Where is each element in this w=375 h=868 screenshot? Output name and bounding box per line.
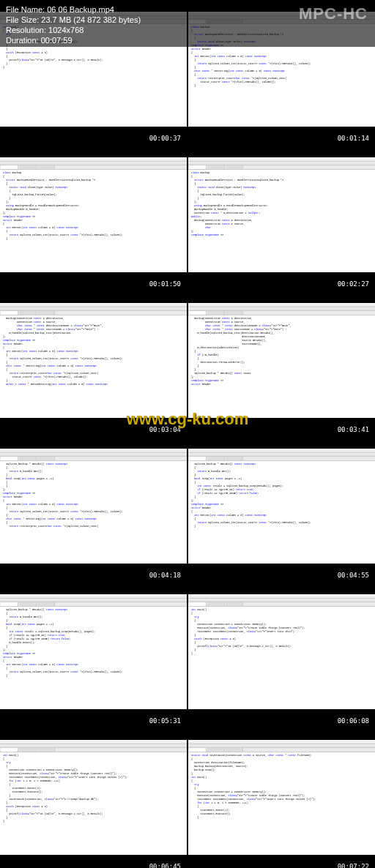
ide-window: static void SaveToDisk(Connection const …	[188, 740, 375, 861]
code-editor: sqlite3_backup * GetAbi() const noexcept…	[0, 461, 187, 566]
ide-window: int main(){ try { Connection connection …	[0, 740, 187, 861]
thumbnail[interactable]: sqlite3_backup * GetAbi() const noexcept…	[188, 437, 375, 581]
code-line: }	[191, 652, 372, 656]
ide-tab	[207, 311, 225, 315]
ide-tab	[189, 748, 207, 752]
code-line: }	[3, 820, 184, 823]
code-editor: int main(){ try { Connection connection …	[0, 752, 187, 857]
watermark-text: www.cg-ku.com	[127, 410, 249, 429]
ide-window: class Backup{ struct BackupHandleTraits …	[0, 157, 187, 278]
resolution-label: Resolution:	[6, 26, 46, 34]
code-editor: Backup(Connection const & destination, C…	[188, 315, 375, 420]
code-line: }	[191, 816, 372, 820]
code-editor: sqlite3_backup * GetAbi() const noexcept…	[0, 607, 187, 711]
thumbnail-timestamp: 00:00:37	[146, 134, 184, 143]
ide-window: sqlite3_backup * GetAbi() const noexcept…	[0, 449, 187, 569]
ide-tab	[1, 748, 18, 752]
thumbnail[interactable]: class Backup{ struct BackupHandleTraits …	[0, 146, 187, 290]
ide-window: sqlite3_backup * GetAbi() const noexcept…	[0, 594, 187, 715]
code-line: wchar_t const * GetWideString(int const …	[3, 383, 184, 386]
thumbnail-timestamp: 00:05:31	[146, 717, 184, 725]
ide-tab	[19, 457, 37, 460]
ide-tab	[19, 602, 37, 606]
ide-tab	[189, 457, 207, 460]
ide-window: class Backup{ struct BackupHandleTraits …	[188, 157, 375, 278]
ide-tab	[37, 748, 55, 752]
ide-tab	[207, 165, 225, 169]
thumbnail-timestamp: 00:02:27	[335, 280, 372, 288]
ide-tab	[189, 311, 207, 315]
thumbnail-timestamp: 00:06:08	[335, 717, 372, 725]
code-line: }	[191, 525, 372, 528]
ide-tab	[226, 311, 243, 315]
ide-tab	[189, 165, 207, 169]
file-name-value: 06 06 Backup.mp4	[47, 5, 114, 14]
duration-value: 00:07:59	[41, 36, 73, 45]
ide-tab	[226, 457, 243, 460]
thumbnail[interactable]: class Backup{ struct BackupHandleTraits …	[188, 146, 375, 290]
video-info-overlay: File Name: 06 06 Backup.mp4 File Size: 2…	[0, 0, 375, 47]
thumbnail-timestamp: 00:03:41	[335, 425, 372, 434]
thumbnail-timestamp: 00:06:45	[146, 862, 184, 868]
code-line: }	[3, 674, 184, 678]
file-name-label: File Name:	[6, 5, 45, 14]
ide-window: sqlite3_backup * GetAbi() const noexcept…	[188, 449, 375, 569]
duration-label: Duration:	[6, 36, 39, 45]
thumbnail-timestamp: 00:04:18	[146, 571, 184, 580]
ide-window: int main(){ try { Connection connection …	[188, 594, 375, 715]
file-size-value: 23.7 MB (24 872 382 bytes)	[41, 15, 141, 24]
ide-tab	[19, 165, 37, 169]
duration-line: Duration: 00:07:59	[6, 35, 369, 45]
ide-tab	[37, 311, 55, 315]
code-editor: class Backup{ struct BackupHandleTraits …	[188, 170, 375, 274]
ide-tab	[19, 311, 37, 315]
code-editor: sqlite3_backup * GetAbi() const noexcept…	[188, 461, 375, 566]
thumbnail-timestamp: 00:07:22	[335, 862, 372, 868]
code-line: }	[3, 66, 184, 70]
ide-window: Backup(Connection const & destination, C…	[188, 303, 375, 424]
ide-tab	[37, 165, 55, 169]
thumbnail[interactable]: static void SaveToDisk(Connection const …	[188, 728, 375, 868]
thumbnail-grid: int main(){ try { Connection connection …	[0, 0, 375, 868]
code-editor: class Backup{ struct BackupHandleTraits …	[0, 170, 187, 274]
ide-window: Backup(Connection const & destination, C…	[0, 303, 187, 424]
thumbnail-timestamp: 00:01:50	[146, 280, 184, 288]
code-line: struct Reader	[191, 383, 372, 386]
ide-tab	[207, 457, 225, 460]
code-line: return reinterpret_cast<char const *>(sq…	[3, 525, 184, 528]
code-line: template <typename T>	[191, 233, 372, 237]
thumbnail-timestamp: 00:04:55	[335, 571, 372, 580]
ide-tab	[1, 602, 18, 606]
code-line: }	[191, 84, 372, 88]
code-editor: int main(){ try { Connection connection …	[188, 607, 375, 711]
thumbnail[interactable]: int main(){ try { Connection connection …	[0, 728, 187, 868]
thumbnail[interactable]: sqlite3_backup * GetAbi() const noexcept…	[0, 583, 187, 727]
ide-tab	[207, 602, 225, 606]
resolution-value: 1024x768	[48, 26, 83, 34]
file-size-label: File Size:	[6, 15, 39, 24]
ide-tab	[1, 457, 18, 460]
ide-tab	[226, 602, 243, 606]
ide-tab	[1, 165, 18, 169]
ide-tab	[226, 748, 243, 752]
player-brand: MPC-HC	[299, 4, 368, 23]
ide-tab	[1, 311, 18, 315]
thumbnail[interactable]: sqlite3_backup * GetAbi() const noexcept…	[0, 437, 187, 581]
ide-tab	[207, 748, 225, 752]
thumbnail-timestamp: 00:01:14	[335, 134, 372, 143]
ide-tab	[37, 602, 55, 606]
code-editor: Backup(Connection const & destination, C…	[0, 315, 187, 420]
resolution-line: Resolution: 1024x768	[6, 25, 369, 35]
code-line: }	[3, 237, 184, 241]
ide-tab	[226, 165, 243, 169]
ide-tab	[189, 602, 207, 606]
code-editor: static void SaveToDisk(Connection const …	[188, 752, 375, 857]
ide-tab	[37, 457, 55, 460]
ide-tab	[19, 748, 37, 752]
thumbnail[interactable]: int main(){ try { Connection connection …	[188, 583, 375, 727]
